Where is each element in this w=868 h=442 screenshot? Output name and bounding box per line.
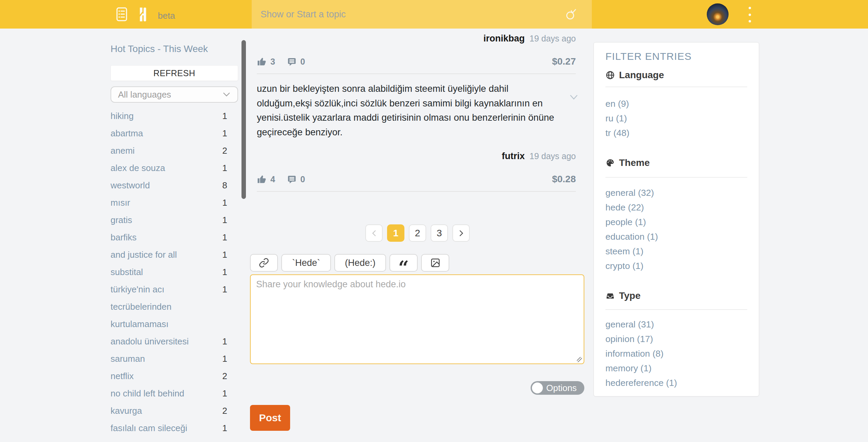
- entry-author[interactable]: ironikbag: [483, 33, 525, 44]
- entry: ironikbag 19 days ago 3 0: [250, 33, 585, 74]
- filter-link[interactable]: crypto (1): [605, 259, 747, 273]
- kebab-menu-icon[interactable]: [746, 7, 753, 22]
- filter-entries-panel: FILTER ENTRIES Language en (9)ru (1)tr (…: [594, 42, 759, 396]
- insert-link-button[interactable]: [250, 254, 278, 272]
- editor-toolbar: `Hede` (Hede:) “: [250, 254, 585, 272]
- hot-topic-item[interactable]: saruman 1: [111, 350, 227, 368]
- topic-count: 1: [222, 264, 227, 281]
- topic-name[interactable]: anemi: [111, 142, 222, 159]
- post-button[interactable]: Post: [250, 405, 290, 431]
- filter-link[interactable]: hedereference (1): [605, 376, 747, 390]
- filter-link[interactable]: en (9): [605, 97, 747, 111]
- entry-editor: [250, 274, 584, 366]
- topic-name[interactable]: substital: [111, 264, 222, 281]
- comment-button[interactable]: 0: [287, 174, 305, 184]
- hot-topic-item[interactable]: barfiks 1: [111, 229, 227, 246]
- topic-name[interactable]: saruman: [111, 350, 222, 368]
- hot-topic-item[interactable]: gratis 1: [111, 211, 227, 229]
- page-button-1[interactable]: 1: [387, 224, 404, 242]
- hot-topic-item[interactable]: fasılalı cam sileceği 1: [111, 420, 227, 437]
- topic-count: 2: [222, 368, 227, 385]
- user-avatar[interactable]: [707, 3, 729, 25]
- filter-link[interactable]: information (8): [605, 346, 747, 361]
- comment-icon: [287, 174, 297, 184]
- entry-textarea[interactable]: [250, 274, 584, 364]
- topic-count: 1: [222, 194, 227, 211]
- hot-topic-item[interactable]: türkiye'nin acı tecrübelerinden kurtulam…: [111, 281, 227, 333]
- topic-count: 2: [222, 437, 227, 442]
- prev-page-button[interactable]: [365, 224, 383, 242]
- page-button-2[interactable]: 2: [409, 224, 426, 242]
- topic-name[interactable]: abartma: [111, 125, 222, 142]
- entries-column: ironikbag 19 days ago 3 0: [250, 31, 585, 431]
- like-button[interactable]: 4: [257, 174, 275, 184]
- hot-topic-item[interactable]: abartma 1: [111, 125, 227, 142]
- resize-grip[interactable]: [577, 357, 582, 362]
- filter-link[interactable]: opinion (17): [605, 332, 747, 346]
- like-button[interactable]: 3: [257, 56, 275, 67]
- hot-topic-item[interactable]: netflix 2: [111, 368, 227, 385]
- filter-link[interactable]: hede (22): [605, 200, 747, 215]
- options-toggle[interactable]: Options: [531, 381, 584, 395]
- sidebar-title: Hot Topics - This Week: [111, 44, 238, 54]
- filter-link[interactable]: steem (1): [605, 244, 747, 259]
- topic-name[interactable]: pi: [111, 437, 222, 442]
- next-page-button[interactable]: [452, 224, 470, 242]
- hot-topic-item[interactable]: hiking 1: [111, 107, 227, 125]
- filter-link[interactable]: general (31): [605, 317, 747, 332]
- filter-link[interactable]: education (1): [605, 230, 747, 244]
- hot-topic-item[interactable]: alex de souza 1: [111, 159, 227, 177]
- topic-name[interactable]: anadolu üniversitesi: [111, 333, 222, 350]
- entry-author[interactable]: futrix: [502, 151, 525, 162]
- toggle-knob[interactable]: [532, 382, 543, 393]
- filter-link[interactable]: ru (1): [605, 111, 747, 126]
- entry-divider: [257, 73, 576, 74]
- hot-topic-item[interactable]: anemi 2: [111, 142, 227, 159]
- search-bar: [252, 0, 592, 29]
- filter-link[interactable]: general (32): [605, 186, 747, 200]
- hot-topic-item[interactable]: anadolu üniversitesi 1: [111, 333, 227, 350]
- search-input[interactable]: [261, 9, 583, 20]
- topic-name[interactable]: and justice for all: [111, 246, 222, 264]
- comment-button[interactable]: 0: [287, 56, 305, 67]
- hot-topic-item[interactable]: mısır 1: [111, 194, 227, 211]
- hot-topic-item[interactable]: no child left behind 1: [111, 385, 227, 402]
- hede-markup-button[interactable]: `Hede`: [281, 254, 331, 272]
- page-button-3[interactable]: 3: [431, 224, 448, 242]
- topic-name[interactable]: netflix: [111, 368, 222, 385]
- insert-image-button[interactable]: [421, 254, 449, 272]
- filter-section-title: Theme: [619, 157, 650, 168]
- topic-name[interactable]: no child left behind: [111, 385, 222, 402]
- filter-link[interactable]: memory (1): [605, 361, 747, 376]
- topic-name[interactable]: türkiye'nin acı tecrübelerinden kurtulam…: [111, 281, 222, 333]
- topic-count: 8: [222, 177, 227, 194]
- topic-name[interactable]: kavurga: [111, 402, 222, 420]
- filter-link[interactable]: tr (48): [605, 126, 747, 140]
- topic-name[interactable]: barfiks: [111, 229, 222, 246]
- hot-topic-item[interactable]: pi 2: [111, 437, 227, 442]
- quote-button[interactable]: “: [389, 254, 418, 272]
- hot-topic-item[interactable]: substital 1: [111, 264, 227, 281]
- list-icon[interactable]: [116, 7, 128, 21]
- hot-topic-item[interactable]: and justice for all 1: [111, 246, 227, 264]
- topic-name[interactable]: alex de souza: [111, 159, 222, 177]
- chevron-down-icon[interactable]: [569, 94, 579, 101]
- hede-reference-button[interactable]: (Hede:): [334, 254, 386, 272]
- topic-name[interactable]: westworld: [111, 177, 222, 194]
- topic-count: 1: [222, 229, 227, 246]
- refresh-button[interactable]: REFRESH: [111, 65, 238, 81]
- sidebar-scrollbar[interactable]: [241, 40, 246, 199]
- topic-name[interactable]: hiking: [111, 107, 222, 125]
- language-select[interactable]: All languages: [111, 86, 238, 103]
- hede-logo-icon[interactable]: [137, 6, 148, 22]
- search-icon[interactable]: [565, 8, 578, 21]
- comment-icon: [287, 56, 297, 67]
- topic-name[interactable]: gratis: [111, 211, 222, 229]
- entry-payout: $0.28: [552, 174, 576, 185]
- hot-topic-item[interactable]: westworld 8: [111, 177, 227, 194]
- hot-topic-item[interactable]: kavurga 2: [111, 402, 227, 420]
- entry-text: uzun bir bekleyişten sonra alabildiğim s…: [257, 83, 554, 137]
- filter-link[interactable]: people (1): [605, 215, 747, 230]
- topic-name[interactable]: mısır: [111, 194, 222, 211]
- topic-name[interactable]: fasılalı cam sileceği: [111, 420, 222, 437]
